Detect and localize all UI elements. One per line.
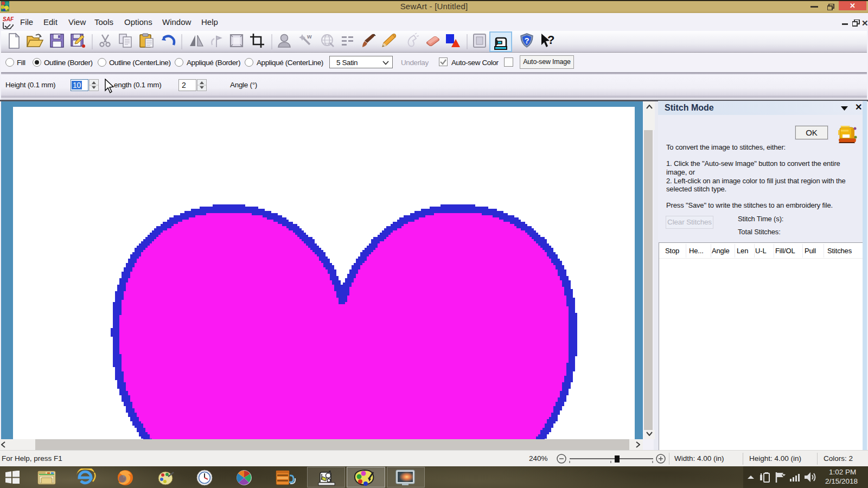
svg-text:?: ? <box>547 33 554 47</box>
svg-text:?: ? <box>525 36 529 45</box>
svg-text:w: w <box>307 33 312 40</box>
